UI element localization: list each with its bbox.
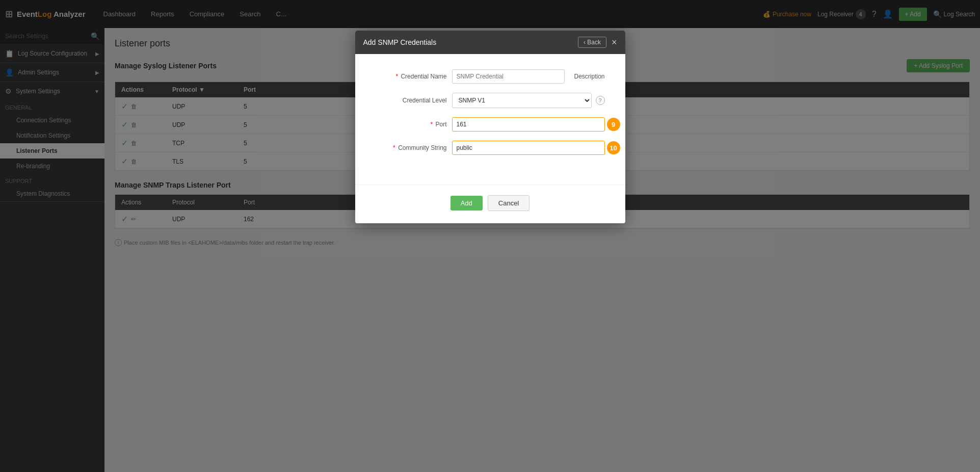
modal-footer: Add Cancel [355,195,625,223]
modal-body: * Credential Name Description Credential… [355,54,625,179]
port-row: * Port 9 [376,117,605,132]
community-string-input-wrapper: 10 [452,141,605,155]
back-button[interactable]: ‹ Back [578,37,606,48]
credential-level-row: Credential Level SNMP V1 SNMP V2c SNMP V… [376,93,605,108]
credential-level-label: Credential Level [376,97,447,104]
add-snmp-modal: Add SNMP Credentials ‹ Back × * Credenti… [355,31,625,223]
port-input-wrapper: 9 [452,117,605,132]
modal-header: Add SNMP Credentials ‹ Back × [355,31,625,54]
modal-overlay[interactable]: Add SNMP Credentials ‹ Back × * Credenti… [0,0,980,472]
credential-name-input[interactable] [452,69,565,84]
community-string-input[interactable] [452,141,605,155]
required-star: * [393,144,395,151]
close-button[interactable]: × [612,38,617,47]
community-string-label: * Community String [376,144,447,151]
credential-level-info-icon[interactable]: ? [596,96,605,105]
description-label: Description [574,73,604,80]
community-string-row: * Community String 10 [376,141,605,155]
step10-badge: 10 [607,141,620,154]
port-input[interactable] [452,117,605,132]
modal-header-right: ‹ Back × [578,37,617,48]
credential-name-row: * Credential Name Description [376,69,605,84]
required-star: * [430,121,433,128]
credential-level-select-wrapper: SNMP V1 SNMP V2c SNMP V3 ? [452,93,605,108]
modal-add-button[interactable]: Add [451,196,483,211]
modal-title: Add SNMP Credentials [363,38,437,46]
port-label: * Port [376,121,447,128]
required-star: * [395,73,398,80]
modal-cancel-button[interactable]: Cancel [488,195,529,211]
modal-divider [355,185,625,185]
credential-name-label: * Credential Name [376,73,447,80]
step9-badge: 9 [607,118,620,131]
credential-level-select[interactable]: SNMP V1 SNMP V2c SNMP V3 [452,93,592,108]
